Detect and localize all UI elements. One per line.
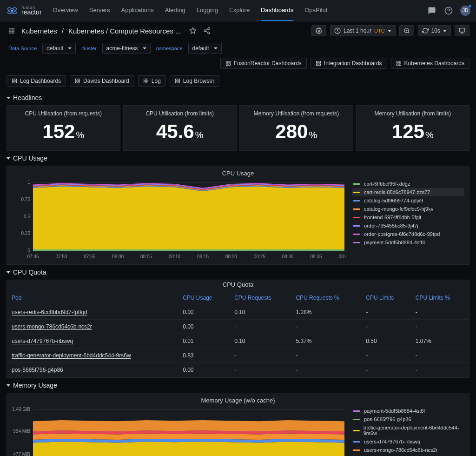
legend-item[interactable]: catalog-5df9699774-qdjx9 <box>352 196 464 205</box>
svg-text:08:05: 08:05 <box>140 254 152 259</box>
cpu-usage-chart[interactable]: 00.250.50.75107:4507:5007:5508:0008:0508… <box>12 180 346 261</box>
table-cell: 0.10 <box>230 334 291 349</box>
pod-link[interactable]: users-mongo-786cd54c6b-ncs2r <box>7 320 178 334</box>
pod-link[interactable]: users-d7479767b-nbswq <box>7 334 178 349</box>
stat-panel[interactable]: Memory Utilisation (from limits)125% <box>356 105 470 151</box>
section-cpu-usage[interactable]: CPU Usage <box>7 151 469 166</box>
stat-panel[interactable]: Memory Utilisation (from requests)280% <box>239 105 353 151</box>
refresh-icon <box>422 27 429 34</box>
legend-item[interactable]: users-redis-6cc8bbd9d7-fp8qd <box>352 454 464 456</box>
svg-point-9 <box>208 27 210 29</box>
section-headlines[interactable]: Headlines <box>7 90 469 105</box>
nav-tab-logging[interactable]: Logging <box>197 0 218 21</box>
table-cell: - <box>411 363 469 377</box>
legend-item[interactable]: payment-5ddf5b8884-4st8l <box>352 407 464 415</box>
table-cell: - <box>361 305 411 320</box>
zoom-out-button[interactable] <box>399 25 414 36</box>
nav-tabs: OverviewServersApplicationsAlertingLoggi… <box>53 0 328 21</box>
dashboard-link[interactable]: Kubernetes Dashboards <box>391 58 469 69</box>
nav-tab-dashboards[interactable]: Dashboards <box>261 0 293 21</box>
pod-link[interactable]: traffic-generator-deployment-6bd4ddc544-… <box>7 349 178 363</box>
svg-rect-35 <box>15 79 17 81</box>
section-memory-usage[interactable]: Memory Usage <box>7 378 469 393</box>
dashboard-link[interactable]: Log Dashboards <box>7 75 66 87</box>
stat-unit: % <box>195 130 204 140</box>
dashboard-link[interactable]: Integration Dashboards <box>311 58 387 69</box>
star-icon[interactable] <box>188 26 198 36</box>
time-range-label: Last 1 hour <box>344 27 371 34</box>
svg-rect-46 <box>175 79 177 81</box>
table-cell: 1.28% <box>291 305 361 320</box>
table-header[interactable]: CPU Limits <box>361 291 411 305</box>
var-label-cluster: cluster <box>79 46 98 51</box>
time-range-button[interactable]: Last 1 hour UTC <box>330 25 396 36</box>
table-header[interactable]: CPU Requests <box>230 291 291 305</box>
table-cell: - <box>361 363 411 377</box>
svg-rect-7 <box>12 31 14 33</box>
chevron-down-icon <box>7 271 10 274</box>
svg-rect-32 <box>397 64 398 66</box>
refresh-button[interactable]: 10s <box>418 25 451 36</box>
legend-item[interactable]: catalog-mongo-fcf9cfcc9-hj9kv <box>352 205 464 213</box>
legend-item[interactable]: cart-5ffbbcf95f-xldgz <box>352 180 464 188</box>
cpu-usage-panel: CPU Usage 00.250.50.75107:4507:5007:5508… <box>7 166 469 265</box>
var-label-namespace: namespace <box>154 46 185 51</box>
stat-panel[interactable]: CPU Utilisation (from requests)152% <box>7 105 120 151</box>
table-header[interactable]: CPU Limits % <box>411 291 469 305</box>
messages-icon[interactable] <box>427 6 437 16</box>
var-select-datasource[interactable]: default <box>42 43 76 54</box>
svg-rect-36 <box>13 81 14 83</box>
nav-tab-alerting[interactable]: Alerting <box>165 0 185 21</box>
svg-rect-4 <box>9 28 11 30</box>
svg-text:08:15: 08:15 <box>197 254 209 259</box>
svg-rect-24 <box>226 64 228 66</box>
legend-item[interactable]: cart-redis-85d6c78947-zzs77 <box>352 188 464 196</box>
dashboard-link[interactable]: FusionReactor Dashboards <box>220 58 307 69</box>
help-icon[interactable] <box>443 6 454 16</box>
dashboard-link[interactable]: Davids Dashboard <box>70 75 134 87</box>
table-header[interactable]: CPU Usage <box>178 291 230 305</box>
svg-line-12 <box>205 29 208 30</box>
svg-text:0: 0 <box>27 248 30 253</box>
svg-rect-40 <box>76 81 78 83</box>
settings-button[interactable] <box>311 25 326 36</box>
var-select-namespace[interactable]: default <box>188 43 222 54</box>
legend-item[interactable]: users-mongo-786cd54c6b-ncs2r <box>352 446 464 454</box>
var-select-cluster[interactable]: acme-fitness <box>102 43 151 54</box>
nav-tab-opspilot[interactable]: OpsPilot <box>304 0 327 21</box>
nav-tab-overview[interactable]: Overview <box>53 0 78 21</box>
svg-rect-5 <box>12 28 14 30</box>
nav-tab-explore[interactable]: Explore <box>229 0 250 21</box>
table-header[interactable]: CPU Requests % <box>291 291 361 305</box>
pod-link[interactable]: users-redis-6cc8bbd9d7-fp8qd <box>7 305 178 320</box>
table-cell: 0.00 <box>178 305 230 320</box>
legend-item[interactable]: order-postgres-6f6c7d8d6c-99tpd <box>352 230 464 238</box>
dashboards-icon[interactable] <box>7 26 17 36</box>
dashboard-link[interactable]: Log <box>138 75 166 87</box>
table-header[interactable]: Pod <box>7 291 178 305</box>
logo[interactable]: fusion reactor <box>6 4 42 17</box>
dashboard-link[interactable]: Log Browser <box>170 75 219 87</box>
nav-tab-servers[interactable]: Servers <box>89 0 110 21</box>
breadcrumb-page[interactable]: Kubernetes / Compute Resources ... <box>68 27 181 35</box>
svg-rect-47 <box>178 79 180 81</box>
section-cpu-quota[interactable]: CPU Quota <box>7 265 469 280</box>
nav-tab-applications[interactable]: Applications <box>121 0 154 21</box>
memory-usage-chart[interactable]: 0 B477 MiB954 MiB1.40 GiB07:4507:5007:55… <box>12 407 346 456</box>
monitor-icon[interactable] <box>455 25 469 36</box>
legend-item[interactable]: pos-6685f796-g4p86 <box>352 415 464 423</box>
svg-rect-48 <box>175 81 177 83</box>
share-icon[interactable] <box>202 26 212 36</box>
legend-item[interactable]: order-795455bc85-9j47j <box>352 221 464 230</box>
legend-item[interactable]: users-d7479767b-nbswq <box>352 437 464 446</box>
table-cell: - <box>291 320 361 334</box>
pod-link[interactable]: pos-6685f796-g4p86 <box>7 363 178 377</box>
stat-panel[interactable]: CPU Utilisation (from limits)45.6% <box>123 105 237 151</box>
svg-line-17 <box>408 32 409 34</box>
legend-item[interactable]: traffic-generator-deployment-6bd4ddc544-… <box>352 423 464 437</box>
legend-item[interactable]: payment-5ddf5b8884-4st8l <box>352 238 464 247</box>
stat-unit: % <box>309 130 317 140</box>
user-avatar[interactable]: JD <box>460 6 470 16</box>
breadcrumb-root[interactable]: Kubernetes <box>21 27 57 35</box>
legend-item[interactable]: frontend-6974ff8dbb-5fglt <box>352 213 464 221</box>
